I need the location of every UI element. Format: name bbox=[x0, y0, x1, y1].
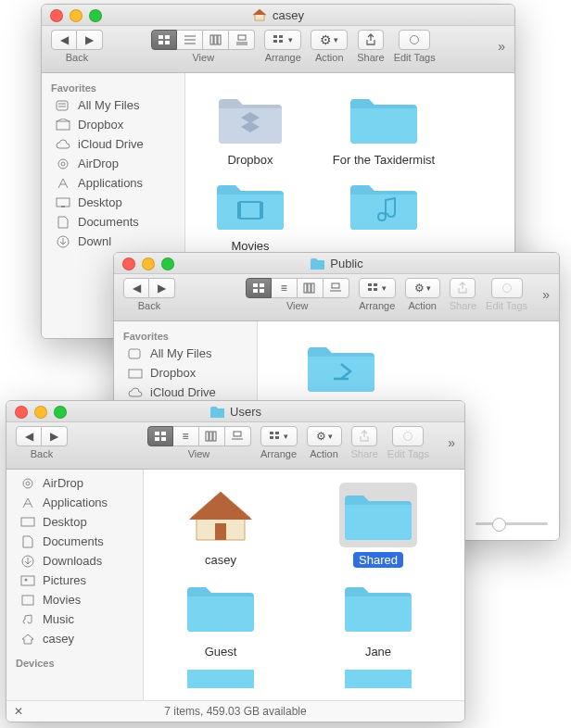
folder-item[interactable]: Dropbox bbox=[195, 90, 306, 167]
zoom-button[interactable] bbox=[54, 406, 67, 419]
close-button[interactable] bbox=[50, 9, 63, 22]
movies-folder-icon bbox=[215, 176, 286, 233]
sidebar: AirDrop Applications Desktop Documents D… bbox=[6, 470, 144, 700]
tags-button[interactable] bbox=[392, 426, 424, 446]
path-button[interactable]: ✕ bbox=[14, 705, 23, 718]
sidebar-item-applications[interactable]: Applications bbox=[6, 493, 143, 512]
minimize-button[interactable] bbox=[142, 257, 155, 270]
back-button[interactable]: ◀ bbox=[123, 278, 149, 298]
close-button[interactable] bbox=[122, 257, 135, 270]
icon-size-slider[interactable] bbox=[476, 516, 548, 531]
sidebar-item-applications[interactable]: Applications bbox=[42, 173, 184, 193]
share-button[interactable] bbox=[351, 426, 377, 446]
back-button[interactable]: ◀ bbox=[51, 30, 77, 50]
column-view-button[interactable] bbox=[203, 30, 229, 50]
sidebar-item-music[interactable]: Music bbox=[6, 609, 143, 629]
action-button[interactable]: ⚙▾ bbox=[307, 426, 342, 446]
icon-view-button[interactable] bbox=[147, 426, 173, 446]
toolbar-overflow[interactable]: » bbox=[542, 287, 550, 302]
tags-button[interactable] bbox=[399, 30, 430, 50]
folder-icon bbox=[185, 578, 256, 635]
icon-view-button[interactable] bbox=[246, 278, 272, 298]
toolbar-overflow[interactable]: » bbox=[448, 435, 455, 450]
sidebar-item-home[interactable]: casey bbox=[6, 629, 143, 648]
column-view-button[interactable] bbox=[298, 278, 324, 298]
svg-rect-22 bbox=[57, 121, 70, 130]
action-button[interactable]: ⚙▾ bbox=[311, 30, 348, 50]
sidebar-item-dropbox[interactable]: Dropbox bbox=[42, 115, 184, 134]
sidebar-item-documents[interactable]: Documents bbox=[6, 532, 143, 551]
sidebar-item-all-my-files[interactable]: All My Files bbox=[114, 344, 257, 363]
sidebar-item-desktop[interactable]: Desktop bbox=[6, 512, 143, 532]
minimize-button[interactable] bbox=[70, 9, 82, 22]
content-area[interactable]: casey Shared Guest Jane bbox=[144, 470, 464, 700]
folder-item[interactable] bbox=[318, 666, 438, 692]
sidebar-item-movies[interactable]: Movies bbox=[6, 590, 143, 609]
traffic-lights[interactable] bbox=[15, 406, 67, 419]
folder-item[interactable] bbox=[328, 176, 439, 253]
svg-rect-4 bbox=[165, 41, 170, 44]
svg-rect-51 bbox=[155, 432, 159, 435]
folder-item-selected[interactable]: Shared bbox=[318, 483, 438, 567]
coverflow-view-button[interactable] bbox=[324, 278, 349, 298]
traffic-lights[interactable] bbox=[122, 257, 174, 270]
zoom-button[interactable] bbox=[89, 9, 102, 22]
allfiles-icon bbox=[55, 99, 71, 112]
svg-point-48 bbox=[502, 284, 511, 293]
list-view-button[interactable] bbox=[177, 30, 203, 50]
titlebar[interactable]: casey bbox=[42, 5, 514, 26]
cloud-icon bbox=[55, 138, 71, 151]
arrange-button[interactable]: ▾ bbox=[264, 30, 301, 50]
svg-rect-53 bbox=[155, 437, 159, 441]
coverflow-view-button[interactable] bbox=[229, 30, 255, 50]
close-button[interactable] bbox=[15, 406, 28, 419]
svg-rect-15 bbox=[279, 35, 283, 38]
sidebar-item-pictures[interactable]: Pictures bbox=[6, 571, 143, 590]
forward-button[interactable]: ▶ bbox=[149, 278, 175, 298]
finder-window-users[interactable]: Users ◀▶ Back ≡ View ▾Arrange ⚙▾Action S… bbox=[6, 400, 465, 722]
sidebar-item-all-my-files[interactable]: All My Files bbox=[42, 95, 184, 115]
sidebar-item-desktop[interactable]: Desktop bbox=[42, 193, 184, 212]
minimize-button[interactable] bbox=[34, 406, 47, 419]
icon-view-button[interactable] bbox=[151, 30, 177, 50]
list-view-button[interactable]: ≡ bbox=[173, 426, 199, 446]
action-button[interactable]: ⚙▾ bbox=[405, 278, 440, 298]
folder-item[interactable]: casey bbox=[160, 483, 281, 567]
forward-button[interactable]: ▶ bbox=[42, 426, 68, 446]
share-group: Share bbox=[357, 30, 384, 63]
folder-item[interactable]: Guest bbox=[160, 574, 281, 659]
sidebar-item-airdrop[interactable]: AirDrop bbox=[6, 475, 143, 493]
sidebar-item-dropbox[interactable]: Dropbox bbox=[114, 363, 257, 383]
sidebar-item-airdrop[interactable]: AirDrop bbox=[42, 154, 184, 173]
sidebar-item-documents[interactable]: Documents bbox=[42, 212, 184, 232]
titlebar[interactable]: Public bbox=[114, 253, 559, 274]
traffic-lights[interactable] bbox=[50, 9, 102, 22]
arrange-button[interactable]: ▾ bbox=[359, 278, 396, 298]
toolbar-overflow[interactable]: » bbox=[498, 39, 505, 54]
folder-item[interactable]: Movies bbox=[195, 176, 306, 253]
coverflow-view-button[interactable] bbox=[225, 426, 251, 446]
share-button[interactable] bbox=[358, 30, 384, 50]
svg-rect-69 bbox=[21, 576, 34, 585]
svg-rect-49 bbox=[129, 349, 140, 358]
forward-button[interactable]: ▶ bbox=[77, 30, 103, 50]
folder-item[interactable]: Jane bbox=[318, 574, 438, 659]
folder-item[interactable]: For the Taxidermist bbox=[328, 90, 439, 167]
column-view-button[interactable] bbox=[199, 426, 225, 446]
folder-item[interactable] bbox=[160, 666, 281, 692]
home-icon bbox=[185, 486, 256, 544]
zoom-button[interactable] bbox=[161, 257, 174, 270]
titlebar[interactable]: Users bbox=[6, 401, 464, 422]
share-button[interactable] bbox=[450, 278, 476, 298]
sidebar-item-downloads[interactable]: Downloads bbox=[6, 551, 143, 571]
svg-rect-17 bbox=[279, 40, 283, 43]
sidebar-heading-favorites: Favorites bbox=[42, 79, 184, 95]
sidebar-item-icloud[interactable]: iCloud Drive bbox=[42, 134, 184, 154]
sidebar-item-icloud[interactable]: iCloud Drive bbox=[114, 383, 257, 402]
list-view-button[interactable]: ≡ bbox=[272, 278, 298, 298]
svg-rect-41 bbox=[311, 283, 314, 293]
arrange-button[interactable]: ▾ bbox=[260, 426, 298, 446]
back-button[interactable]: ◀ bbox=[16, 426, 42, 446]
tags-button[interactable] bbox=[491, 278, 523, 298]
sidebar-item-downloads[interactable]: Downl bbox=[42, 232, 184, 251]
